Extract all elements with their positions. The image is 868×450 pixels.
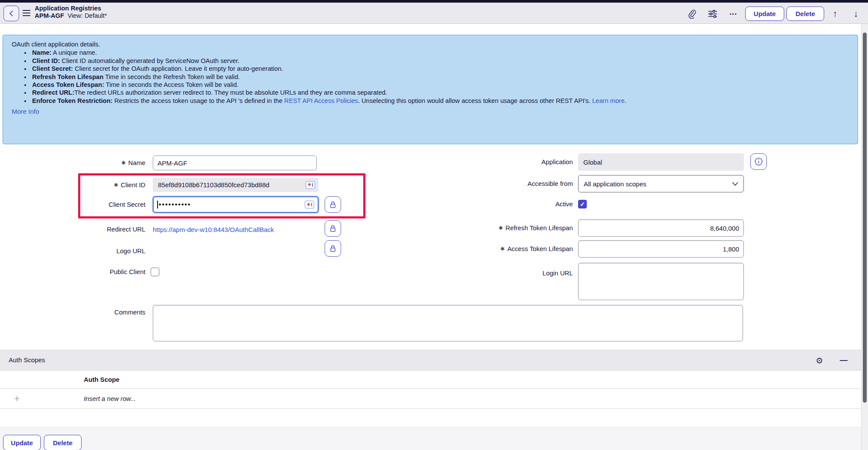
- redirect-url-link[interactable]: https://apm-dev-w10:8443/OAuthCallBack: [153, 222, 274, 237]
- lock-icon: [329, 225, 336, 232]
- learn-more-link[interactable]: Learn more: [592, 97, 625, 104]
- ellipsis-icon: •••: [730, 11, 737, 17]
- rest-api-access-policies-link[interactable]: REST API Access Policies: [284, 97, 358, 104]
- lock-icon: [329, 201, 336, 208]
- delete-button-bottom[interactable]: Delete: [44, 435, 82, 450]
- comments-textarea[interactable]: [153, 305, 743, 341]
- autofill-icon: ✱: [305, 201, 314, 208]
- info-bullet: Client ID: Client ID automatically gener…: [31, 57, 850, 65]
- plus-icon: +: [10, 393, 23, 404]
- info-bullet: Enforce Token Restriction: Restricts the…: [31, 97, 850, 105]
- info-icon: [754, 157, 763, 166]
- more-info-link[interactable]: More Info: [12, 108, 39, 116]
- view-label: View: Default*: [68, 12, 107, 19]
- attachment-button[interactable]: [686, 8, 698, 20]
- chevron-left-icon: [9, 10, 14, 17]
- client-secret-label: Client Secret: [59, 196, 145, 213]
- required-icon: ✱: [121, 160, 125, 166]
- name-field[interactable]: [153, 156, 317, 170]
- autofill-icon: ✱: [306, 181, 315, 189]
- auth-scopes-settings-button[interactable]: ⚙: [812, 350, 826, 371]
- public-client-checkbox[interactable]: [151, 268, 159, 276]
- record-subtitle: APM-AGFView: Default*: [35, 12, 107, 20]
- auth-scopes-title: Auth Scopes: [9, 357, 45, 364]
- form-footer: Update Delete: [0, 427, 868, 450]
- login-url-label: Login URL: [451, 266, 573, 281]
- info-bullet: Client Secret: Client secret for the OAu…: [31, 65, 850, 73]
- redirect-url-lock-button[interactable]: [325, 220, 341, 237]
- personalize-form-button[interactable]: [707, 8, 719, 20]
- auth-scope-column-header: Auth Scope: [84, 376, 119, 383]
- application-value: Global: [583, 159, 602, 166]
- access-token-lifespan-label: ✱ Access Token Lifespan: [451, 240, 573, 258]
- insert-row-label: Insert a new row...: [84, 395, 136, 402]
- refresh-token-lifespan-field[interactable]: [578, 219, 744, 237]
- info-bullet: Refresh Token Lifespan Time in seconds t…: [31, 73, 850, 81]
- paperclip-icon: [687, 9, 696, 19]
- lock-icon: [329, 245, 336, 252]
- info-bullet-list: Name: A unique name. Client ID: Client I…: [12, 49, 850, 105]
- login-url-textarea[interactable]: [578, 263, 744, 300]
- required-icon: ✱: [500, 246, 505, 252]
- application-field: Global: [578, 153, 744, 171]
- refresh-token-lifespan-label: ✱ Refresh Token Lifespan: [451, 219, 573, 237]
- logo-url-label: Logo URL: [59, 243, 145, 259]
- active-label: Active: [451, 197, 573, 212]
- back-button[interactable]: [3, 6, 19, 21]
- sliders-icon: [708, 10, 717, 18]
- info-message-box: OAuth client application details. Name: …: [3, 35, 858, 144]
- insert-new-row[interactable]: + Insert a new row...: [0, 389, 861, 409]
- gear-icon: ⚙: [815, 356, 823, 366]
- update-button-bottom[interactable]: Update: [3, 435, 41, 450]
- application-label: Application: [451, 153, 573, 171]
- accessible-from-label: Accessible from: [451, 175, 573, 192]
- client-secret-field[interactable]: •••••••••• ✱: [153, 196, 319, 213]
- auth-scopes-section-header: Auth Scopes ⚙: [0, 350, 861, 371]
- record-name: APM-AGF: [35, 12, 64, 19]
- redirect-url-label: Redirect URL: [59, 222, 145, 237]
- client-id-value: 85ef8d9108b671103d850fced73bd88d: [158, 181, 270, 189]
- client-id-label: ✱ Client ID: [59, 178, 145, 192]
- client-id-field: 85ef8d9108b671103d850fced73bd88d ✱: [153, 178, 319, 192]
- public-client-label: Public Client: [59, 265, 145, 279]
- active-checkbox[interactable]: ✓: [578, 200, 587, 208]
- required-icon: ✱: [114, 182, 118, 188]
- check-icon: ✓: [580, 201, 585, 208]
- accessible-from-select[interactable]: All application scopes: [578, 175, 744, 192]
- name-label: ✱ Name: [59, 156, 145, 170]
- auth-scope-table-header: Auth Scope: [0, 371, 861, 389]
- more-actions-button[interactable]: •••: [727, 8, 740, 20]
- client-secret-lock-button[interactable]: [325, 196, 341, 213]
- minus-icon: [840, 360, 848, 361]
- application-info-button[interactable]: [750, 153, 767, 170]
- delete-button[interactable]: Delete: [786, 7, 824, 21]
- title-block: Application Registries APM-AGFView: Defa…: [35, 5, 107, 20]
- auth-scopes-collapse-button[interactable]: [837, 350, 851, 371]
- arrow-down-icon: ↓: [854, 9, 858, 19]
- required-icon: ✱: [499, 225, 503, 231]
- info-intro: OAuth client application details.: [12, 40, 850, 48]
- info-bullet: Name: A unique name.: [31, 49, 850, 56]
- info-bullet: Access Token Lifespan: Time in seconds t…: [31, 81, 850, 89]
- menu-icon[interactable]: [23, 10, 30, 16]
- chevron-down-icon: [732, 182, 738, 186]
- access-token-lifespan-field[interactable]: [578, 240, 744, 258]
- arrow-up-button[interactable]: ↑: [829, 8, 841, 20]
- page-title: Application Registries: [35, 5, 107, 12]
- logo-url-lock-button[interactable]: [325, 240, 341, 257]
- text-cursor: [157, 201, 158, 208]
- info-bullet: Redirect URL:The rediect URLs authorizat…: [31, 89, 850, 96]
- arrow-up-icon: ↑: [833, 9, 838, 19]
- accessible-from-value: All application scopes: [584, 180, 646, 188]
- arrow-down-button[interactable]: ↓: [850, 8, 862, 20]
- update-button[interactable]: Update: [745, 7, 784, 21]
- client-secret-value: ••••••••••: [159, 200, 191, 209]
- form-header: Application Registries APM-AGFView: Defa…: [0, 3, 868, 24]
- comments-label: Comments: [59, 305, 145, 320]
- scrollbar-thumb[interactable]: [863, 33, 867, 403]
